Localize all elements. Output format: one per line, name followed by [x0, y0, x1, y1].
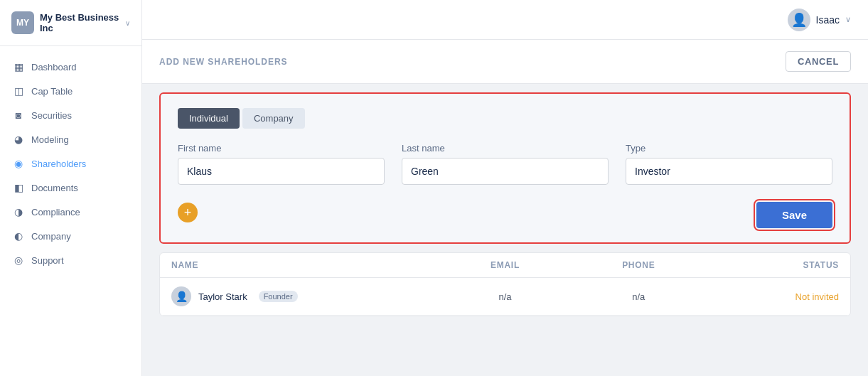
- company-name: My Best Business Inc: [40, 12, 119, 33]
- page-content: ADD NEW SHAREHOLDERS CANCEL Individual C…: [142, 40, 868, 376]
- first-name-field: First name: [178, 143, 385, 185]
- modeling-icon: ◕: [13, 134, 24, 145]
- type-input[interactable]: [626, 158, 832, 185]
- sidebar-item-label: Documents: [31, 183, 78, 193]
- compliance-icon: ◑: [13, 206, 24, 217]
- add-row-button[interactable]: +: [178, 203, 198, 222]
- type-field: Type: [626, 143, 832, 185]
- sidebar: MY My Best Business Inc ∨ ▦Dashboard◫Cap…: [0, 0, 142, 376]
- shareholder-avatar: 👤: [171, 286, 191, 306]
- type-tab-group: Individual Company: [178, 108, 832, 129]
- tab-company[interactable]: Company: [242, 108, 305, 129]
- type-label: Type: [626, 143, 832, 154]
- company-chevron-icon: ∨: [125, 19, 130, 27]
- sidebar-item-label: Securities: [31, 110, 72, 121]
- support-icon: ◎: [13, 254, 24, 266]
- form-footer: Save: [756, 202, 832, 228]
- cap-table-icon: ◫: [13, 85, 24, 97]
- table-row: 👤 Taylor Stark Founder n/a n/a Not invit…: [160, 278, 850, 316]
- sidebar-item-modeling[interactable]: ◕Modeling: [0, 127, 141, 151]
- company-avatar: MY: [11, 11, 34, 34]
- add-shareholder-form: Individual Company First name Last name …: [159, 92, 851, 244]
- shareholder-status: Not invited: [705, 291, 839, 302]
- shareholder-badge: Founder: [259, 291, 298, 302]
- user-menu[interactable]: 👤 Isaac ∨: [788, 9, 851, 31]
- shareholder-name: Taylor Stark: [198, 291, 247, 302]
- sidebar-item-label: Cap Table: [31, 86, 73, 97]
- plus-icon: +: [184, 206, 192, 219]
- documents-icon: ◧: [13, 182, 24, 193]
- user-chevron-icon: ∨: [845, 15, 851, 24]
- col-header-name: Name: [171, 260, 439, 270]
- tab-individual[interactable]: Individual: [178, 108, 240, 129]
- sidebar-nav: ▦Dashboard◫Cap Table◙Securities◕Modeling…: [0, 46, 141, 376]
- panel-title: ADD NEW SHAREHOLDERS: [159, 57, 288, 67]
- sidebar-item-company[interactable]: ◐Company: [0, 224, 141, 248]
- col-header-phone: Phone: [572, 260, 705, 270]
- shareholders-icon: ◉: [13, 158, 24, 169]
- sidebar-item-label: Company: [31, 231, 71, 242]
- main-content: 👤 Isaac ∨ ADD NEW SHAREHOLDERS CANCEL In…: [142, 0, 868, 376]
- last-name-label: Last name: [402, 143, 609, 154]
- sidebar-item-label: Support: [31, 255, 64, 266]
- sidebar-item-compliance[interactable]: ◑Compliance: [0, 200, 141, 224]
- col-header-status: Status: [705, 260, 839, 270]
- col-header-email: Email: [439, 260, 572, 270]
- save-button[interactable]: Save: [756, 202, 832, 228]
- sidebar-item-label: Compliance: [31, 207, 80, 217]
- shareholder-phone: n/a: [572, 291, 705, 302]
- shareholder-name-cell: 👤 Taylor Stark Founder: [171, 286, 439, 306]
- sidebar-item-shareholders[interactable]: ◉Shareholders: [0, 151, 141, 176]
- dashboard-icon: ▦: [13, 61, 24, 72]
- company-icon: ◐: [13, 230, 24, 242]
- company-selector[interactable]: MY My Best Business Inc ∨: [0, 0, 141, 46]
- sidebar-item-label: Shareholders: [31, 159, 86, 169]
- sidebar-item-label: Dashboard: [31, 62, 77, 72]
- user-avatar-icon: 👤: [788, 9, 810, 31]
- cancel-button[interactable]: CANCEL: [786, 51, 851, 72]
- securities-icon: ◙: [13, 109, 24, 121]
- sidebar-item-label: Modeling: [31, 134, 69, 145]
- sidebar-item-cap-table[interactable]: ◫Cap Table: [0, 79, 141, 103]
- add-shareholders-panel: ADD NEW SHAREHOLDERS CANCEL: [142, 40, 868, 84]
- form-fields-row: First name Last name Type: [178, 143, 832, 185]
- shareholder-email: n/a: [439, 291, 572, 302]
- first-name-input[interactable]: [178, 158, 385, 185]
- topbar: 👤 Isaac ∨: [142, 0, 868, 40]
- shareholders-table: Name Email Phone Status 👤 Taylor Stark F…: [159, 252, 851, 316]
- sidebar-item-dashboard[interactable]: ▦Dashboard: [0, 55, 141, 79]
- sidebar-item-documents[interactable]: ◧Documents: [0, 176, 141, 200]
- last-name-input[interactable]: [402, 158, 609, 185]
- table-header: Name Email Phone Status: [160, 253, 850, 278]
- first-name-label: First name: [178, 143, 385, 154]
- user-name: Isaac: [816, 14, 840, 26]
- sidebar-item-support[interactable]: ◎Support: [0, 248, 141, 272]
- last-name-field: Last name: [402, 143, 609, 185]
- sidebar-item-securities[interactable]: ◙Securities: [0, 103, 141, 127]
